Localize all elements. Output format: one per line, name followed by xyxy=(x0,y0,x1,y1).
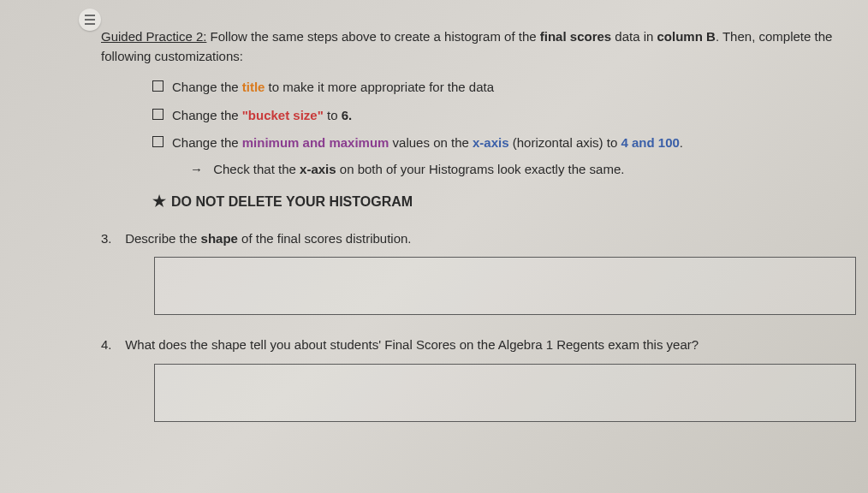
hamburger-menu-icon[interactable] xyxy=(79,9,101,31)
checkbox-icon[interactable] xyxy=(152,80,163,92)
answer-box-4[interactable] xyxy=(154,364,856,422)
question-3: 3. Describe the shape of the final score… xyxy=(101,229,834,249)
document-content: Guided Practice 2: Follow the same steps… xyxy=(0,0,868,422)
heading-title: Guided Practice 2: xyxy=(101,29,206,44)
question-4: 4. What does the shape tell you about st… xyxy=(101,336,834,355)
checkbox-icon[interactable] xyxy=(152,109,163,120)
arrow-icon: → xyxy=(190,162,203,176)
checklist-item-3: Change the minimum and maximum values on… xyxy=(152,134,834,153)
answer-box-3[interactable] xyxy=(154,257,856,315)
checklist-item-2: Change the "bucket size" to 6. xyxy=(152,106,834,126)
warning-line: ★DO NOT DELETE YOUR HISTOGRAM xyxy=(152,192,834,211)
star-icon: ★ xyxy=(152,193,166,210)
checkbox-icon[interactable] xyxy=(152,136,163,147)
checklist-item-1: Change the title to make it more appropr… xyxy=(152,78,834,98)
checklist-sub-item: → Check that the x-axis on both of your … xyxy=(190,162,834,176)
guided-practice-heading: Guided Practice 2: Follow the same steps… xyxy=(101,27,834,66)
customization-checklist: Change the title to make it more appropr… xyxy=(152,78,834,153)
